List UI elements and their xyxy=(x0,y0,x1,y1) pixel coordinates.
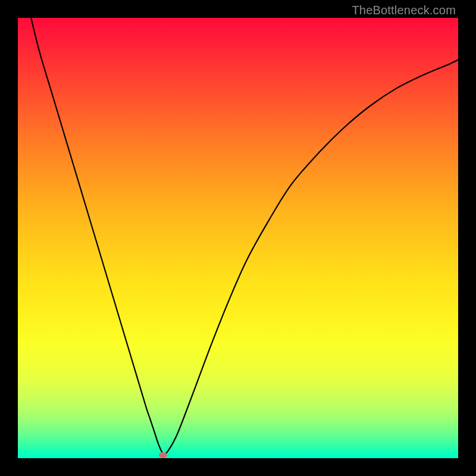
chart-frame: TheBottleneck.com xyxy=(0,0,476,476)
optimal-point-marker xyxy=(159,452,167,458)
bottleneck-curve xyxy=(31,18,458,454)
plot-area xyxy=(18,18,458,458)
curve-svg xyxy=(18,18,458,458)
watermark-label: TheBottleneck.com xyxy=(352,4,456,17)
